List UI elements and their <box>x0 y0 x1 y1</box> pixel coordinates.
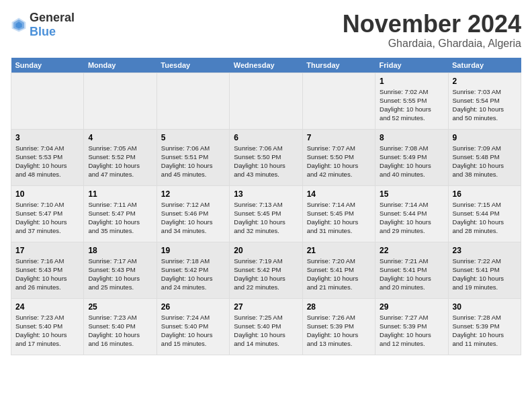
calendar-cell: 26Sunrise: 7:24 AMSunset: 5:40 PMDayligh… <box>157 298 229 355</box>
day-info: Sunrise: 7:08 AMSunset: 5:49 PMDaylight:… <box>380 144 443 179</box>
calendar-cell: 3Sunrise: 7:04 AMSunset: 5:53 PMDaylight… <box>11 129 84 185</box>
day-info: Sunrise: 7:19 AMSunset: 5:42 PMDaylight:… <box>234 257 298 292</box>
day-info: Sunrise: 7:27 AMSunset: 5:39 PMDaylight:… <box>380 313 443 349</box>
day-info: Sunrise: 7:21 AMSunset: 5:41 PMDaylight:… <box>380 257 443 292</box>
day-info: Sunrise: 7:23 AMSunset: 5:40 PMDaylight:… <box>15 313 79 349</box>
calendar-cell <box>84 73 157 129</box>
title-section: November 2024 Ghardaia, Ghardaia, Algeri… <box>343 11 521 50</box>
calendar-cell: 19Sunrise: 7:18 AMSunset: 5:42 PMDayligh… <box>157 242 229 298</box>
day-number: 6 <box>234 133 298 142</box>
page-header: General Blue November 2024 Ghardaia, Gha… <box>11 11 521 50</box>
calendar-cell: 14Sunrise: 7:14 AMSunset: 5:45 PMDayligh… <box>302 185 375 242</box>
day-number: 24 <box>15 302 79 312</box>
calendar-header-row: Sunday Monday Tuesday Wednesday Thursday… <box>11 58 521 73</box>
day-info: Sunrise: 7:14 AMSunset: 5:44 PMDaylight:… <box>380 200 443 236</box>
day-info: Sunrise: 7:16 AMSunset: 5:43 PMDaylight:… <box>15 257 79 292</box>
day-number: 4 <box>88 133 152 142</box>
calendar-cell: 17Sunrise: 7:16 AMSunset: 5:43 PMDayligh… <box>11 242 84 298</box>
day-number: 17 <box>15 246 79 255</box>
calendar-cell: 16Sunrise: 7:15 AMSunset: 5:44 PMDayligh… <box>448 185 521 242</box>
logo-general: General <box>30 11 75 24</box>
location-title: Ghardaia, Ghardaia, Algeria <box>343 38 521 50</box>
day-number: 10 <box>15 189 79 199</box>
calendar-cell <box>230 73 302 129</box>
calendar-cell: 28Sunrise: 7:26 AMSunset: 5:39 PMDayligh… <box>302 298 375 355</box>
day-number: 29 <box>380 302 443 312</box>
calendar-cell: 27Sunrise: 7:25 AMSunset: 5:40 PMDayligh… <box>230 298 302 355</box>
day-number: 12 <box>161 189 225 199</box>
day-number: 8 <box>380 133 443 142</box>
calendar-cell: 6Sunrise: 7:06 AMSunset: 5:50 PMDaylight… <box>230 129 302 185</box>
day-info: Sunrise: 7:25 AMSunset: 5:40 PMDaylight:… <box>234 313 298 349</box>
day-number: 28 <box>307 302 371 312</box>
week-row-2: 3Sunrise: 7:04 AMSunset: 5:53 PMDaylight… <box>11 129 521 185</box>
day-number: 7 <box>307 133 371 142</box>
calendar-cell: 10Sunrise: 7:10 AMSunset: 5:47 PMDayligh… <box>11 185 84 242</box>
calendar-cell: 22Sunrise: 7:21 AMSunset: 5:41 PMDayligh… <box>375 242 448 298</box>
day-info: Sunrise: 7:13 AMSunset: 5:45 PMDaylight:… <box>234 200 298 236</box>
calendar-cell: 30Sunrise: 7:28 AMSunset: 5:39 PMDayligh… <box>448 298 521 355</box>
day-info: Sunrise: 7:14 AMSunset: 5:45 PMDaylight:… <box>307 200 371 236</box>
day-info: Sunrise: 7:28 AMSunset: 5:39 PMDaylight:… <box>453 313 517 349</box>
day-number: 25 <box>88 302 152 312</box>
calendar-cell: 7Sunrise: 7:07 AMSunset: 5:50 PMDaylight… <box>302 129 375 185</box>
day-info: Sunrise: 7:10 AMSunset: 5:47 PMDaylight:… <box>15 200 79 236</box>
day-info: Sunrise: 7:02 AMSunset: 5:55 PMDaylight:… <box>380 87 443 123</box>
day-number: 15 <box>380 189 443 199</box>
week-row-1: 1Sunrise: 7:02 AMSunset: 5:55 PMDaylight… <box>11 73 521 129</box>
day-number: 5 <box>161 133 225 142</box>
day-info: Sunrise: 7:06 AMSunset: 5:51 PMDaylight:… <box>161 144 225 179</box>
day-info: Sunrise: 7:07 AMSunset: 5:50 PMDaylight:… <box>307 144 371 179</box>
col-monday: Monday <box>84 58 157 73</box>
day-info: Sunrise: 7:15 AMSunset: 5:44 PMDaylight:… <box>453 200 517 236</box>
calendar-cell: 15Sunrise: 7:14 AMSunset: 5:44 PMDayligh… <box>375 185 448 242</box>
calendar-cell <box>302 73 375 129</box>
week-row-5: 24Sunrise: 7:23 AMSunset: 5:40 PMDayligh… <box>11 298 521 355</box>
day-number: 9 <box>453 133 517 142</box>
day-number: 14 <box>307 189 371 199</box>
col-sunday: Sunday <box>11 58 84 73</box>
calendar-cell: 25Sunrise: 7:23 AMSunset: 5:40 PMDayligh… <box>84 298 157 355</box>
day-info: Sunrise: 7:20 AMSunset: 5:41 PMDaylight:… <box>307 257 371 292</box>
day-number: 27 <box>234 302 298 312</box>
day-info: Sunrise: 7:24 AMSunset: 5:40 PMDaylight:… <box>161 313 225 349</box>
calendar-cell <box>157 73 229 129</box>
logo-text: General Blue <box>30 11 75 39</box>
logo: General Blue <box>11 11 75 39</box>
day-number: 1 <box>380 77 443 86</box>
day-info: Sunrise: 7:18 AMSunset: 5:42 PMDaylight:… <box>161 257 225 292</box>
logo-blue: Blue <box>30 25 56 38</box>
col-saturday: Saturday <box>448 58 521 73</box>
col-wednesday: Wednesday <box>230 58 302 73</box>
col-tuesday: Tuesday <box>157 58 229 73</box>
week-row-4: 17Sunrise: 7:16 AMSunset: 5:43 PMDayligh… <box>11 242 521 298</box>
calendar-cell: 12Sunrise: 7:12 AMSunset: 5:46 PMDayligh… <box>157 185 229 242</box>
day-number: 19 <box>161 246 225 255</box>
col-thursday: Thursday <box>302 58 375 73</box>
day-number: 20 <box>234 246 298 255</box>
day-number: 21 <box>307 246 371 255</box>
day-number: 3 <box>15 133 79 142</box>
day-info: Sunrise: 7:12 AMSunset: 5:46 PMDaylight:… <box>161 200 225 236</box>
day-info: Sunrise: 7:17 AMSunset: 5:43 PMDaylight:… <box>88 257 152 292</box>
day-number: 30 <box>453 302 517 312</box>
calendar-cell: 1Sunrise: 7:02 AMSunset: 5:55 PMDaylight… <box>375 73 448 129</box>
day-info: Sunrise: 7:22 AMSunset: 5:41 PMDaylight:… <box>453 257 517 292</box>
day-number: 2 <box>453 77 517 86</box>
calendar-table: Sunday Monday Tuesday Wednesday Thursday… <box>11 58 521 355</box>
calendar-cell: 9Sunrise: 7:09 AMSunset: 5:48 PMDaylight… <box>448 129 521 185</box>
day-info: Sunrise: 7:06 AMSunset: 5:50 PMDaylight:… <box>234 144 298 179</box>
col-friday: Friday <box>375 58 448 73</box>
day-number: 23 <box>453 246 517 255</box>
calendar-cell: 23Sunrise: 7:22 AMSunset: 5:41 PMDayligh… <box>448 242 521 298</box>
day-info: Sunrise: 7:03 AMSunset: 5:54 PMDaylight:… <box>453 87 517 123</box>
calendar-cell: 4Sunrise: 7:05 AMSunset: 5:52 PMDaylight… <box>84 129 157 185</box>
calendar-cell: 11Sunrise: 7:11 AMSunset: 5:47 PMDayligh… <box>84 185 157 242</box>
calendar-cell: 2Sunrise: 7:03 AMSunset: 5:54 PMDaylight… <box>448 73 521 129</box>
day-number: 18 <box>88 246 152 255</box>
day-number: 13 <box>234 189 298 199</box>
day-info: Sunrise: 7:23 AMSunset: 5:40 PMDaylight:… <box>88 313 152 349</box>
calendar-cell <box>11 73 84 129</box>
day-info: Sunrise: 7:11 AMSunset: 5:47 PMDaylight:… <box>88 200 152 236</box>
day-number: 16 <box>453 189 517 199</box>
